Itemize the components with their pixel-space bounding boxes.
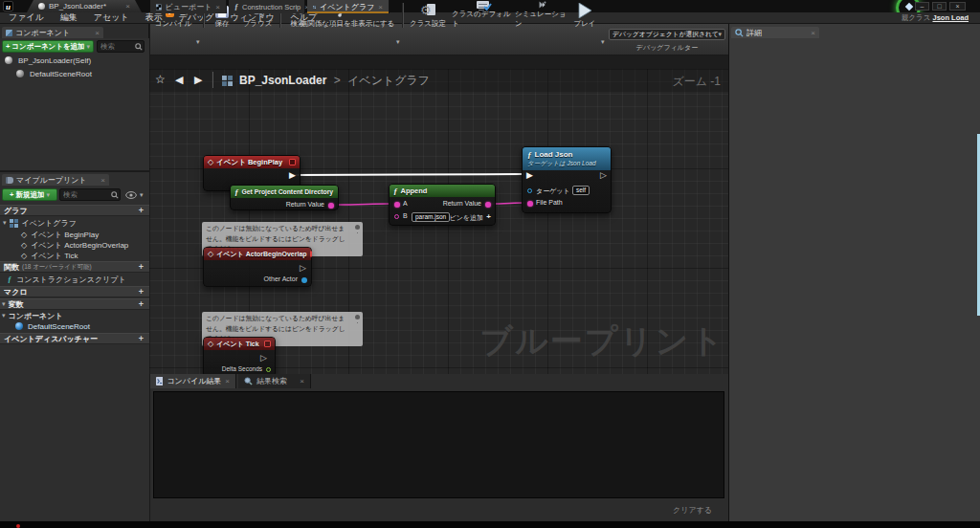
tab-components[interactable]: コンポーネント × <box>2 27 103 38</box>
class-defaults-button[interactable]: クラスのデフォルト <box>452 1 513 31</box>
play-button[interactable]: プレイ <box>570 1 599 31</box>
minimize-button[interactable]: – <box>915 2 929 11</box>
tab-close-icon[interactable]: × <box>300 377 304 385</box>
target-pin[interactable] <box>527 188 532 193</box>
close-button[interactable]: × <box>949 2 966 11</box>
menu-edit[interactable]: 編集 <box>60 11 78 24</box>
nav-forward-icon[interactable]: ▶ <box>194 74 202 86</box>
node-title: Load Json <box>535 150 573 159</box>
tab-compiler-results[interactable]: コンパイル結果 × <box>150 374 236 388</box>
component-row-label: DefaultSceneRoot <box>30 70 92 78</box>
my-blueprint-tab-close-icon[interactable]: × <box>100 176 105 185</box>
document-tab-strip <box>149 55 728 69</box>
bookmark-star-icon[interactable]: ☆ <box>155 73 166 86</box>
add-pin-plus-icon[interactable]: + <box>486 212 491 221</box>
component-row-self[interactable]: BP_JsonLoader(Self) <box>0 55 149 66</box>
node-load-json[interactable]: ƒLoad Json ターゲットは Json Load ▶ ▷ ターゲット se… <box>522 146 612 213</box>
add-macro-icon[interactable]: + <box>139 287 144 297</box>
simulation-button[interactable]: シミュレーション <box>515 1 568 31</box>
tab-close-icon[interactable]: × <box>225 377 230 385</box>
tree-item-construction-script[interactable]: ƒ コンストラクションスクリプト <box>0 274 149 285</box>
pin-a[interactable] <box>394 202 400 208</box>
exec-out-pin[interactable]: ▷ <box>600 171 607 180</box>
debug-object-dropdown[interactable]: デバッグオブジェクトが選択されていません ▾ <box>609 29 725 40</box>
add-new-button[interactable]: + 新規追加▾ <box>2 188 57 201</box>
tab-close-icon[interactable]: × <box>378 3 383 11</box>
tab-label: Construction Scrip <box>242 3 301 11</box>
exec-in-pin[interactable]: ▶ <box>526 171 533 180</box>
node-event-actorbeginoverlap[interactable]: ◇ イベント ActorBeginOverlap ▷ Other Actor <box>203 247 312 287</box>
node-get-project-content-directory[interactable]: ƒ Get Project Content Directory Return V… <box>230 185 339 210</box>
nav-back-icon[interactable]: ◀ <box>175 74 183 86</box>
add-pin-label[interactable]: ピンを追加 <box>450 213 484 223</box>
bubble-pin-icon[interactable] <box>355 225 360 230</box>
breadcrumb-root[interactable]: BP_JsonLoader <box>239 74 326 87</box>
add-function-icon[interactable]: + <box>139 262 144 272</box>
components-tab-close-icon[interactable]: × <box>95 29 100 37</box>
visibility-eye-icon[interactable] <box>125 191 137 199</box>
compile-options-caret[interactable]: ▾ <box>196 38 200 46</box>
section-variables-label: 変数 <box>9 299 24 310</box>
hide-unrelated-caret[interactable]: ▾ <box>396 38 400 46</box>
menu-asset[interactable]: アセット <box>94 11 129 24</box>
section-macros[interactable]: マクロ + <box>0 286 149 297</box>
section-functions[interactable]: 関数 (18 オーバーライド可能) + <box>0 261 149 273</box>
section-graphs[interactable]: グラフ + <box>0 205 149 216</box>
event-icon: ◇ <box>208 340 213 348</box>
delegate-pin[interactable] <box>310 251 312 257</box>
tab-viewport[interactable]: ビューポート × <box>150 0 227 13</box>
section-event-dispatchers[interactable]: イベントディスパッチャー + <box>0 333 149 344</box>
components-tab-label: コンポーネント <box>15 28 70 38</box>
event-icon: ◇ <box>21 252 27 260</box>
add-component-button[interactable]: + コンポーネントを追加▾ <box>2 40 94 53</box>
delta-seconds-pin[interactable] <box>266 367 271 372</box>
return-value-pin[interactable] <box>328 203 334 209</box>
tab-construction-script[interactable]: ƒ Construction Scrip × <box>229 0 305 13</box>
visibility-caret[interactable]: ▾ <box>140 191 144 199</box>
simulation-icon <box>534 1 550 9</box>
tree-item-event-tick[interactable]: ◇ イベント Tick <box>0 250 149 261</box>
collapse-icon[interactable]: ▾ <box>2 312 6 319</box>
section-macros-label: マクロ <box>4 287 28 297</box>
tab-my-blueprint[interactable]: マイブループリント × <box>2 174 109 186</box>
tab-find-results[interactable]: 結果検索 × <box>238 374 311 388</box>
clear-button[interactable]: クリアする <box>673 505 712 516</box>
node-event-tick[interactable]: ◇ イベント Tick ▷ Delta Seconds <box>203 337 276 374</box>
tab-close-icon[interactable]: × <box>811 29 815 37</box>
tree-item-default-scene-root[interactable]: DefaultSceneRoot <box>0 320 149 332</box>
tab-details[interactable]: 詳細 × <box>731 27 819 38</box>
other-actor-pin[interactable] <box>301 277 307 283</box>
delegate-pin[interactable] <box>289 159 296 165</box>
event-graph-icon <box>313 3 316 11</box>
exec-out-pin[interactable]: ▶ <box>289 171 296 180</box>
play-options-caret[interactable]: ▾ <box>601 38 605 46</box>
tab-close-icon[interactable]: × <box>125 2 130 11</box>
menu-file[interactable]: ファイル <box>9 11 44 24</box>
parent-class-link[interactable]: Json Load <box>932 13 969 22</box>
exec-out-pin[interactable]: ▷ <box>300 264 306 273</box>
breadcrumb-current[interactable]: イベントグラフ <box>347 74 430 87</box>
delegate-pin[interactable] <box>264 341 271 347</box>
file-path-pin[interactable] <box>527 201 533 207</box>
target-value-field[interactable]: self <box>572 186 590 195</box>
component-row-scene-root[interactable]: DefaultSceneRoot <box>0 68 149 79</box>
compiler-results-output[interactable] <box>153 391 724 498</box>
maximize-button[interactable]: □ <box>932 2 947 11</box>
add-variable-icon[interactable]: + <box>139 299 144 309</box>
graph-canvas[interactable]: ☆ ◀ ▶ BP_JsonLoader > イベントグラフ ズーム -1 ブルー… <box>149 69 728 374</box>
section-variables[interactable]: ▾ 変数 + <box>0 298 149 310</box>
class-settings-button[interactable]: ⚙ クラス設定 <box>406 1 450 31</box>
tree-item-event-graph[interactable]: ▾ イベントグラフ <box>0 217 149 229</box>
bubble-pin-icon[interactable] <box>355 315 360 319</box>
tab-event-graph[interactable]: イベントグラフ × <box>307 0 390 13</box>
collapse-icon[interactable]: ▾ <box>2 300 6 308</box>
exec-out-pin[interactable]: ▷ <box>260 354 267 363</box>
add-dispatcher-icon[interactable]: + <box>139 334 144 343</box>
pin-b[interactable] <box>394 214 399 219</box>
pin-b-value-field[interactable]: param.json <box>412 212 450 222</box>
collapse-icon[interactable]: ▾ <box>3 219 7 227</box>
return-value-pin[interactable] <box>485 202 491 208</box>
add-graph-icon[interactable]: + <box>139 206 144 215</box>
node-append[interactable]: ƒ Append A Return Value B param.json ピンを… <box>389 184 496 226</box>
tab-close-icon[interactable]: × <box>215 3 220 11</box>
